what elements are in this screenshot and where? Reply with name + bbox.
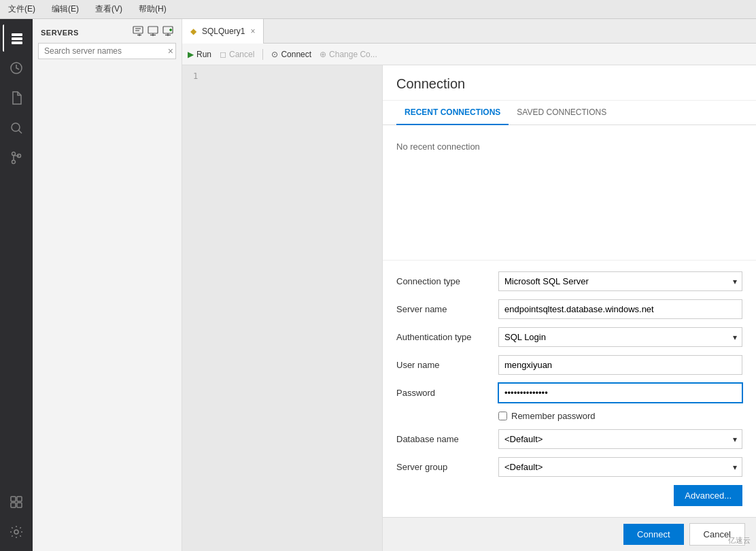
sidebar-search-area: × [38, 43, 176, 59]
connection-tabs: RECENT CONNECTIONS SAVED CONNECTIONS [383, 101, 756, 125]
file-icon[interactable] [3, 84, 30, 112]
clear-search-icon[interactable]: × [168, 46, 173, 56]
advanced-button[interactable]: Advanced... [674, 485, 742, 506]
server-name-input[interactable] [498, 299, 742, 319]
username-label: User name [396, 360, 498, 370]
run-button[interactable]: ▶ Run [188, 50, 211, 59]
svg-rect-14 [133, 27, 143, 33]
sidebar-title: SERVERS [41, 29, 79, 37]
search-icon[interactable] [3, 114, 30, 141]
no-recent-text: No recent connection [396, 136, 742, 157]
db-name-label: Database name [396, 434, 498, 444]
server-group-row: Server group <Default> [396, 457, 742, 477]
username-row: User name [396, 355, 742, 375]
cancel-label: Cancel [229, 50, 254, 59]
git-icon[interactable] [3, 144, 30, 171]
run-label: Run [196, 50, 211, 59]
cancel-icon: ◻ [220, 50, 226, 59]
tab-db-icon: ◆ [190, 27, 196, 36]
svg-rect-2 [12, 41, 22, 44]
password-row: Password [396, 383, 742, 403]
svg-point-7 [12, 161, 16, 164]
line-number-1: 1 [188, 71, 203, 81]
username-control [498, 355, 742, 375]
server-group-select[interactable]: <Default> [498, 457, 742, 477]
menu-file[interactable]: 文件(E) [5, 2, 38, 16]
tab-label: SQLQuery1 [202, 27, 245, 36]
new-query-icon[interactable] [133, 26, 143, 39]
password-control [498, 383, 742, 403]
auth-type-row: Authentication type SQL Login [396, 327, 742, 347]
svg-point-6 [12, 152, 16, 156]
tab-close-icon[interactable]: × [250, 27, 255, 36]
username-input[interactable] [498, 355, 742, 375]
svg-rect-19 [148, 27, 158, 33]
auth-type-control: SQL Login [498, 327, 742, 347]
connection-type-label: Connection type [396, 276, 498, 286]
connect-toolbar-icon: ⊙ [271, 50, 278, 59]
remember-password-label: Remember password [511, 411, 596, 421]
password-input[interactable] [498, 383, 742, 403]
password-label: Password [396, 388, 498, 398]
svg-rect-1 [12, 37, 22, 40]
settings-icon[interactable] [3, 518, 30, 546]
connection-form: Connection type Microsoft SQL Server Ser… [383, 260, 756, 517]
cancel-button[interactable]: ◻ Cancel [220, 50, 254, 59]
db-name-control: <Default> [498, 429, 742, 449]
recent-connections-tab[interactable]: RECENT CONNECTIONS [396, 101, 509, 125]
server-name-row: Server name [396, 299, 742, 319]
sidebar: SERVERS × [33, 19, 182, 551]
auth-type-select[interactable]: SQL Login [498, 327, 742, 347]
db-name-row: Database name <Default> [396, 429, 742, 449]
menu-bar: 文件(E) 编辑(E) 查看(V) 帮助(H) [0, 0, 756, 19]
menu-edit[interactable]: 编辑(E) [49, 2, 82, 16]
server-name-label: Server name [396, 304, 498, 314]
server-icon[interactable] [3, 24, 30, 52]
svg-point-4 [12, 123, 20, 131]
connection-type-control: Microsoft SQL Server [498, 271, 742, 291]
svg-rect-9 [11, 497, 16, 501]
svg-rect-10 [17, 497, 22, 501]
disconnect-icon[interactable] [148, 26, 158, 39]
db-name-select[interactable]: <Default> [498, 429, 742, 449]
app-body: SERVERS × ◆ SQLQuery1 [0, 19, 756, 551]
add-server-icon[interactable] [162, 26, 173, 39]
change-conn-button[interactable]: ⊕ Change Co... [320, 50, 377, 59]
svg-point-13 [14, 530, 18, 534]
tab-bar: ◆ SQLQuery1 × [182, 19, 756, 44]
server-group-label: Server group [396, 462, 498, 472]
menu-help[interactable]: 帮助(H) [136, 2, 169, 16]
connection-type-select[interactable]: Microsoft SQL Server [498, 271, 742, 291]
toolbar-separator [262, 49, 263, 60]
saved-connections-tab[interactable]: SAVED CONNECTIONS [509, 101, 615, 125]
remember-password-checkbox[interactable] [498, 412, 507, 420]
svg-rect-11 [11, 503, 16, 507]
connection-type-row: Connection type Microsoft SQL Server [396, 271, 742, 291]
svg-rect-12 [17, 503, 22, 507]
sql-query-tab[interactable]: ◆ SQLQuery1 × [182, 19, 264, 44]
svg-rect-0 [12, 33, 22, 36]
watermark: 亿速云 [728, 535, 751, 546]
server-name-control [498, 299, 742, 319]
activity-bar [0, 19, 33, 551]
run-icon: ▶ [188, 50, 194, 59]
menu-view[interactable]: 查看(V) [92, 2, 125, 16]
toolbar: ▶ Run ◻ Cancel ⊙ Connect ⊕ Change Co... [182, 44, 756, 65]
history-icon[interactable] [3, 54, 30, 82]
change-conn-label: Change Co... [329, 50, 377, 59]
auth-type-label: Authentication type [396, 332, 498, 342]
connect-toolbar-button[interactable]: ⊙ Connect [271, 50, 311, 59]
search-input[interactable] [38, 43, 176, 59]
connect-toolbar-label: Connect [281, 50, 311, 59]
change-conn-icon: ⊕ [320, 50, 326, 59]
editor-content[interactable]: 1 Connection RECENT CONNECTIONS SAVED CO… [182, 65, 756, 551]
connect-button[interactable]: Connect [623, 524, 683, 545]
connection-panel: Connection RECENT CONNECTIONS SAVED CONN… [382, 65, 756, 551]
connection-body: No recent connection [383, 125, 756, 260]
editor-area: ◆ SQLQuery1 × ▶ Run ◻ Cancel ⊙ Connect ⊕ [182, 19, 756, 551]
extensions-icon[interactable] [3, 488, 30, 516]
connection-footer: Connect Cancel [383, 517, 756, 551]
svg-line-5 [19, 131, 22, 134]
server-group-control: <Default> [498, 457, 742, 477]
remember-password-row: Remember password [396, 411, 742, 421]
